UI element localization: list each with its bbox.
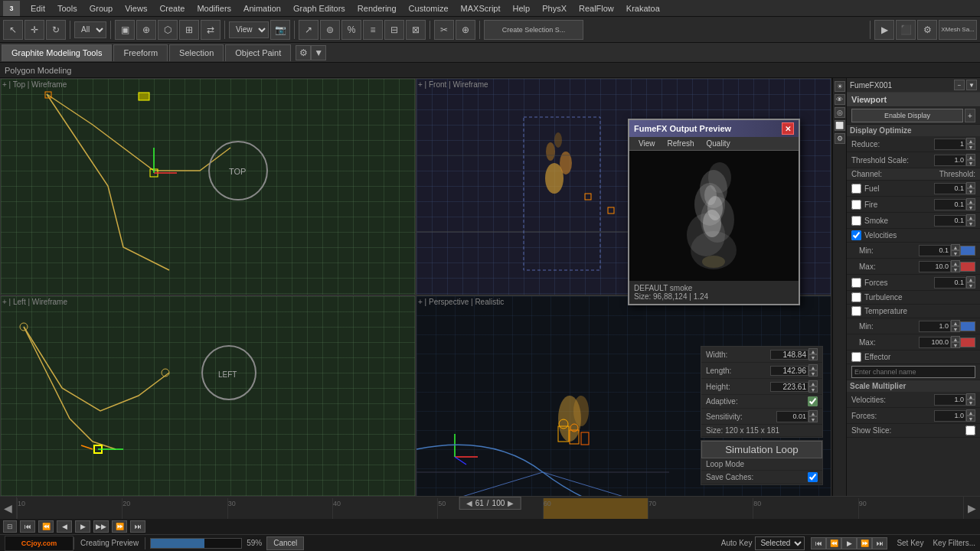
reduce-down[interactable]: ▼ [966,144,975,150]
temp-min-color[interactable] [960,321,975,331]
fire-down[interactable]: ▼ [966,204,975,210]
popup-menu-view[interactable]: View [632,139,662,148]
xmesh-btn[interactable]: XMesh Sa... [939,20,977,40]
simulation-loop-btn[interactable]: Simulation Loop [701,441,822,458]
select-btn[interactable]: ▣ [115,20,135,40]
timeline-scroll-right[interactable]: ▶ [963,497,980,519]
smoke-down[interactable]: ▼ [966,220,975,227]
camera-btn[interactable]: 📷 [270,20,290,40]
viewport-top[interactable]: + | Top | Wireframe TOP [0,78,416,295]
move-tool[interactable]: ✛ [24,20,44,40]
tab-freeform[interactable]: Freeform [113,44,168,61]
length-up[interactable]: ▲ [808,364,818,370]
adaptive-checkbox[interactable] [808,396,818,406]
transport-prev-key[interactable]: ⏪ [38,520,54,533]
height-down[interactable]: ▼ [808,386,818,393]
enable-display-btn[interactable]: Enable Display [851,109,963,122]
sensitivity-input[interactable] [776,411,808,422]
tab-settings-btn[interactable]: ⚙ [296,45,311,60]
popup-close-btn[interactable]: ✕ [782,122,794,135]
enable-display-plus[interactable]: + [965,109,975,122]
tab-selection[interactable]: Selection [169,44,224,61]
reduce-input[interactable] [934,139,966,150]
menu-create[interactable]: Create [153,2,191,15]
temp-max-down[interactable]: ▼ [951,342,960,348]
sensitivity-up[interactable]: ▲ [808,410,818,416]
velocities-scale-input[interactable] [934,394,966,406]
transport-play[interactable]: ▶ [75,520,90,533]
menu-tools[interactable]: Tools [51,2,83,15]
key-filters-label[interactable]: Key Filters... [933,539,975,547]
fumefx-minimize[interactable]: − [954,80,965,90]
panel-icon-2[interactable]: 👁 [835,94,845,105]
threshold-down[interactable]: ▼ [966,160,975,166]
height-up[interactable]: ▲ [808,380,818,386]
viewport-left[interactable]: + | Left | Wireframe LEFT [0,295,416,513]
tool-7[interactable]: ✂ [434,20,454,40]
menu-customize[interactable]: Customize [403,2,455,15]
play-btn[interactable]: ▶ [874,20,894,40]
reduce-up[interactable]: ▲ [966,138,975,144]
transport-next[interactable]: ▶▶ [93,520,109,533]
forces-scale-up[interactable]: ▲ [966,409,975,416]
vel-min-input[interactable] [919,245,951,256]
tab-object-paint[interactable]: Object Paint [225,44,291,61]
popup-menu-quality[interactable]: Quality [701,139,737,148]
fuel-up[interactable]: ▲ [966,182,975,188]
filter-dropdown[interactable]: All [74,21,106,38]
cancel-btn[interactable]: Cancel [266,536,304,550]
vel-max-input[interactable] [919,261,951,272]
velocities-checkbox[interactable] [851,230,861,240]
forces-up[interactable]: ▲ [966,276,975,282]
menu-maxscript[interactable]: MAXScript [455,2,507,15]
tab-expand-btn[interactable]: ▼ [311,45,326,60]
temp-max-color[interactable] [960,337,975,347]
tool-1[interactable]: ↗ [299,20,318,40]
vel-min-up[interactable]: ▲ [951,244,960,250]
transport-next-key[interactable]: ⏩ [112,520,127,533]
temperature-checkbox[interactable] [851,306,861,316]
fuel-down[interactable]: ▼ [966,188,975,194]
menu-krakatoa[interactable]: Krakatoa [620,2,666,15]
scale-btn[interactable]: ⬡ [158,20,178,40]
threshold-up[interactable]: ▲ [966,154,975,160]
temp-max-input[interactable] [919,337,951,348]
frame-next[interactable]: ▶ [508,499,514,507]
tool-3[interactable]: % [341,20,361,40]
fire-checkbox[interactable] [851,200,861,210]
transport-goto-end[interactable]: ⏭ [130,520,145,533]
key-transport-1[interactable]: ⏮ [811,537,826,549]
sensitivity-down[interactable]: ▼ [808,416,818,422]
menu-edit[interactable]: Edit [24,2,51,15]
tool-6[interactable]: ⊠ [406,20,426,40]
vel-max-color[interactable] [960,262,975,272]
menu-help[interactable]: Help [507,2,537,15]
tool-5[interactable]: ⊟ [384,20,404,40]
forces-scale-input[interactable] [934,410,966,422]
threshold-input[interactable] [934,155,966,166]
fuel-checkbox[interactable] [851,184,861,194]
show-slice-checkbox[interactable] [965,425,975,435]
menu-physx[interactable]: PhysX [536,2,573,15]
menu-realflow[interactable]: RealFlow [573,2,620,15]
panel-icon-3[interactable]: ◎ [835,107,845,118]
menu-views[interactable]: Views [119,2,153,15]
smoke-checkbox[interactable] [851,216,861,226]
temp-max-up[interactable]: ▲ [951,336,960,342]
timeline-scroll-left[interactable]: ◀ [0,497,17,519]
tab-graphite[interactable]: Graphite Modeling Tools [2,44,112,61]
popup-menu-refresh[interactable]: Refresh [662,139,701,148]
render-btn[interactable]: ⬛ [896,20,916,40]
forces-down[interactable]: ▼ [966,282,975,289]
menu-group[interactable]: Group [83,2,119,15]
select-tool[interactable]: ↖ [3,20,23,40]
tool-8[interactable]: ⊕ [456,20,475,40]
snap-btn[interactable]: ⊞ [179,20,199,40]
view-dropdown[interactable]: View [229,21,269,38]
fumefx-expand[interactable]: ▼ [966,80,977,90]
forces-input[interactable] [934,277,966,289]
width-down[interactable]: ▼ [808,354,818,360]
fire-input[interactable] [934,199,966,210]
key-transport-4[interactable]: ⏭ [872,537,887,549]
fire-up[interactable]: ▲ [966,198,975,204]
